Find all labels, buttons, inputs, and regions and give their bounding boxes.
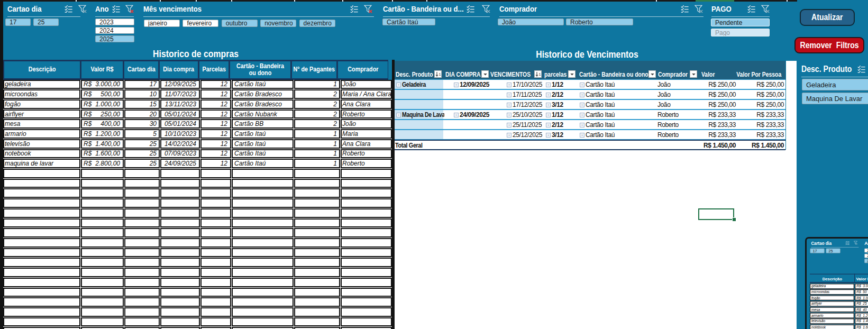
- svg-text:1: 1: [438, 72, 441, 77]
- svg-text:1: 1: [538, 72, 541, 77]
